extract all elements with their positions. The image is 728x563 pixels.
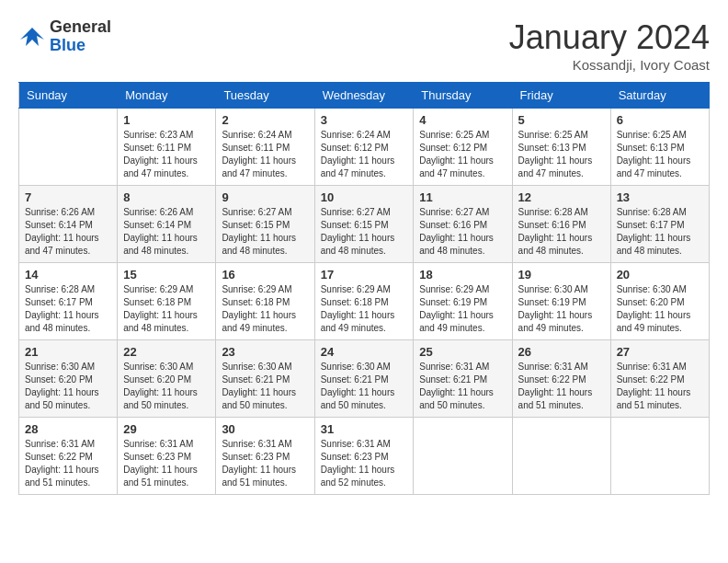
day-number: 6 [617,113,703,127]
calendar-week-row: 28Sunrise: 6:31 AM Sunset: 6:22 PM Dayli… [19,418,710,495]
day-number: 15 [123,268,210,282]
calendar-cell: 8Sunrise: 6:26 AM Sunset: 6:14 PM Daylig… [118,186,216,263]
calendar-day-header: Saturday [610,83,709,109]
calendar-cell: 18Sunrise: 6:29 AM Sunset: 6:19 PM Dayli… [414,263,512,340]
day-number: 19 [518,268,605,282]
day-info: Sunrise: 6:26 AM Sunset: 6:14 PM Dayligh… [123,206,210,258]
day-number: 8 [123,190,210,204]
calendar-week-row: 14Sunrise: 6:28 AM Sunset: 6:17 PM Dayli… [19,263,710,340]
calendar-cell: 30Sunrise: 6:31 AM Sunset: 6:23 PM Dayli… [216,418,314,495]
calendar-cell: 20Sunrise: 6:30 AM Sunset: 6:20 PM Dayli… [610,263,709,340]
day-number: 20 [617,268,703,282]
day-info: Sunrise: 6:26 AM Sunset: 6:14 PM Dayligh… [25,206,111,258]
day-number: 9 [222,190,308,204]
calendar-cell: 3Sunrise: 6:24 AM Sunset: 6:12 PM Daylig… [314,109,414,186]
calendar-cell: 29Sunrise: 6:31 AM Sunset: 6:23 PM Dayli… [118,418,216,495]
calendar-cell: 17Sunrise: 6:29 AM Sunset: 6:18 PM Dayli… [314,263,414,340]
calendar-week-row: 7Sunrise: 6:26 AM Sunset: 6:14 PM Daylig… [19,186,710,263]
calendar-cell: 24Sunrise: 6:30 AM Sunset: 6:21 PM Dayli… [314,340,414,418]
calendar-day-header: Wednesday [314,83,414,109]
day-number: 17 [321,268,408,282]
calendar-cell: 14Sunrise: 6:28 AM Sunset: 6:17 PM Dayli… [19,263,118,340]
calendar-cell: 13Sunrise: 6:28 AM Sunset: 6:17 PM Dayli… [610,186,709,263]
calendar-cell: 15Sunrise: 6:29 AM Sunset: 6:18 PM Dayli… [118,263,216,340]
calendar-cell [512,418,610,495]
day-info: Sunrise: 6:31 AM Sunset: 6:23 PM Dayligh… [222,438,308,489]
day-info: Sunrise: 6:27 AM Sunset: 6:16 PM Dayligh… [419,206,506,258]
day-info: Sunrise: 6:31 AM Sunset: 6:22 PM Dayligh… [617,361,703,412]
calendar-body: 1Sunrise: 6:23 AM Sunset: 6:11 PM Daylig… [19,109,710,495]
calendar-cell: 6Sunrise: 6:25 AM Sunset: 6:13 PM Daylig… [610,109,709,186]
day-number: 3 [321,113,408,127]
day-number: 12 [518,190,605,204]
calendar-cell [414,418,512,495]
day-info: Sunrise: 6:25 AM Sunset: 6:13 PM Dayligh… [518,129,605,180]
day-number: 28 [25,422,111,436]
day-info: Sunrise: 6:28 AM Sunset: 6:16 PM Dayligh… [518,206,605,258]
calendar-cell: 25Sunrise: 6:31 AM Sunset: 6:21 PM Dayli… [414,340,512,418]
day-info: Sunrise: 6:29 AM Sunset: 6:18 PM Dayligh… [321,283,408,335]
day-number: 23 [222,345,308,359]
calendar-title: January 2024 [509,18,710,57]
day-number: 14 [25,268,111,282]
day-info: Sunrise: 6:31 AM Sunset: 6:22 PM Dayligh… [518,361,605,412]
logo-text: General Blue [50,18,111,55]
day-info: Sunrise: 6:30 AM Sunset: 6:21 PM Dayligh… [222,361,308,412]
day-number: 1 [123,113,210,127]
calendar-cell: 2Sunrise: 6:24 AM Sunset: 6:11 PM Daylig… [216,109,314,186]
day-info: Sunrise: 6:28 AM Sunset: 6:17 PM Dayligh… [25,283,111,335]
day-number: 13 [617,190,703,204]
day-number: 24 [321,345,408,359]
day-number: 25 [419,345,506,359]
day-info: Sunrise: 6:31 AM Sunset: 6:23 PM Dayligh… [123,438,210,489]
calendar-cell [610,418,709,495]
calendar-cell: 23Sunrise: 6:30 AM Sunset: 6:21 PM Dayli… [216,340,314,418]
calendar-cell: 11Sunrise: 6:27 AM Sunset: 6:16 PM Dayli… [414,186,512,263]
title-section: January 2024 Kossandji, Ivory Coast [509,18,710,73]
day-info: Sunrise: 6:27 AM Sunset: 6:15 PM Dayligh… [321,206,408,258]
calendar-day-header: Tuesday [216,83,314,109]
calendar-cell: 16Sunrise: 6:29 AM Sunset: 6:18 PM Dayli… [216,263,314,340]
day-number: 26 [518,345,605,359]
calendar-cell: 1Sunrise: 6:23 AM Sunset: 6:11 PM Daylig… [118,109,216,186]
calendar-week-row: 1Sunrise: 6:23 AM Sunset: 6:11 PM Daylig… [19,109,710,186]
day-info: Sunrise: 6:23 AM Sunset: 6:11 PM Dayligh… [123,129,210,180]
day-info: Sunrise: 6:25 AM Sunset: 6:13 PM Dayligh… [617,129,703,180]
day-number: 30 [222,422,308,436]
calendar-day-header: Friday [512,83,610,109]
calendar-cell: 9Sunrise: 6:27 AM Sunset: 6:15 PM Daylig… [216,186,314,263]
day-info: Sunrise: 6:31 AM Sunset: 6:21 PM Dayligh… [419,361,506,412]
svg-marker-0 [20,28,44,46]
day-info: Sunrise: 6:30 AM Sunset: 6:20 PM Dayligh… [25,361,111,412]
logo-general: General [50,18,111,37]
day-number: 5 [518,113,605,127]
day-info: Sunrise: 6:29 AM Sunset: 6:18 PM Dayligh… [222,283,308,335]
day-number: 7 [25,190,111,204]
day-info: Sunrise: 6:31 AM Sunset: 6:23 PM Dayligh… [321,438,408,489]
day-info: Sunrise: 6:27 AM Sunset: 6:15 PM Dayligh… [222,206,308,258]
calendar-cell: 28Sunrise: 6:31 AM Sunset: 6:22 PM Dayli… [19,418,118,495]
calendar-cell: 19Sunrise: 6:30 AM Sunset: 6:19 PM Dayli… [512,263,610,340]
calendar-day-header: Sunday [19,83,118,109]
day-number: 29 [123,422,210,436]
day-number: 31 [321,422,408,436]
calendar-day-header: Thursday [414,83,512,109]
day-info: Sunrise: 6:24 AM Sunset: 6:12 PM Dayligh… [321,129,408,180]
day-info: Sunrise: 6:30 AM Sunset: 6:20 PM Dayligh… [123,361,210,412]
calendar-table: SundayMondayTuesdayWednesdayThursdayFrid… [18,82,710,495]
day-info: Sunrise: 6:29 AM Sunset: 6:18 PM Dayligh… [123,283,210,335]
calendar-cell [19,109,118,186]
day-info: Sunrise: 6:31 AM Sunset: 6:22 PM Dayligh… [25,438,111,489]
day-number: 2 [222,113,308,127]
day-info: Sunrise: 6:28 AM Sunset: 6:17 PM Dayligh… [617,206,703,258]
calendar-cell: 21Sunrise: 6:30 AM Sunset: 6:20 PM Dayli… [19,340,118,418]
calendar-cell: 4Sunrise: 6:25 AM Sunset: 6:12 PM Daylig… [414,109,512,186]
calendar-header-row: SundayMondayTuesdayWednesdayThursdayFrid… [19,83,710,109]
calendar-cell: 7Sunrise: 6:26 AM Sunset: 6:14 PM Daylig… [19,186,118,263]
day-number: 11 [419,190,506,204]
day-number: 27 [617,345,703,359]
day-info: Sunrise: 6:24 AM Sunset: 6:11 PM Dayligh… [222,129,308,180]
calendar-cell: 27Sunrise: 6:31 AM Sunset: 6:22 PM Dayli… [610,340,709,418]
page-header: General Blue January 2024 Kossandji, Ivo… [18,18,710,73]
day-number: 16 [222,268,308,282]
